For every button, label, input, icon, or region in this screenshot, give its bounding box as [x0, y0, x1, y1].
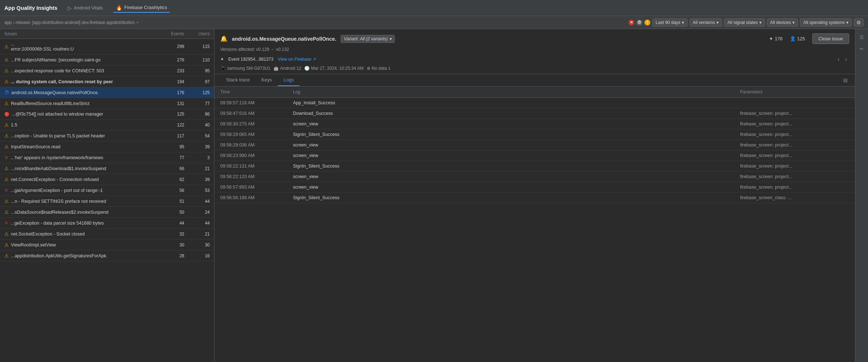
log-params: firebase_screen: project... — [740, 164, 849, 169]
filter-versions-label: All versions — [693, 20, 715, 25]
users-count: 125 — [797, 36, 805, 41]
issue-row[interactable]: ⚠ ...ception - Unable to parse TLS packe… — [0, 130, 214, 141]
users-stat: 👤 125 — [790, 36, 805, 41]
error-icon: ✕ — [4, 220, 8, 226]
issue-row[interactable]: ⚠ net.ConnectException - Connection refu… — [0, 174, 214, 185]
warning-icon: ⚠ — [4, 57, 9, 63]
filter-versions[interactable]: All versions ▾ — [690, 19, 722, 27]
log-name: screen_view — [293, 185, 740, 190]
versions-text: Versions affected: v0.129 → v0.132 — [220, 47, 289, 52]
issue-row[interactable]: ⚠ ...FR subjectAltNames: [securelogin.sa… — [0, 55, 214, 65]
variant-label: Variant: All (2 variants) — [344, 36, 388, 41]
close-issue-button[interactable]: Close issue — [812, 33, 849, 44]
log-row[interactable]: 09:56:56:188 AM SignIn_Silent_Success fi… — [214, 193, 855, 203]
event-label: Event 192954...981373 — [228, 57, 273, 62]
warning-icon: ⚠ — [4, 133, 9, 138]
issue-row[interactable]: ⚠ InputStreamSource.read 95 39 — [0, 141, 214, 152]
issue-row[interactable]: ⚠ ViewRootImpl.setView 30 30 — [0, 240, 214, 250]
detail-title: android.os.MessageQueue.nativePollOnce. — [232, 36, 336, 42]
filter-days[interactable]: Last 90 days ▾ — [652, 19, 687, 27]
os-info: 🤖 Android 12 — [273, 66, 301, 71]
events-count: 176 — [775, 36, 783, 41]
issue-title: ✕ ...'her' appears in /system/framework/… — [4, 155, 155, 160]
issue-row[interactable]: ⚠ net.SocketException - Socket closed 32… — [0, 229, 214, 240]
issue-row[interactable]: ⚠ ...appdistribution.ApkUtils.getSignatu… — [0, 250, 214, 261]
issue-text: ...rvice$handleAabDownload$1.invokeSuspe… — [11, 166, 106, 171]
log-row[interactable]: 09:56:57:893 AM screen_view firebase_scr… — [214, 182, 855, 193]
issue-users: 39 — [184, 144, 210, 149]
log-name: SignIn_Silent_Success — [293, 132, 740, 137]
log-row[interactable]: 09:58:47:516 AM Download_Success firebas… — [214, 108, 855, 119]
filter-os[interactable]: All operating systems ▾ — [800, 19, 852, 27]
tab-stack-trace[interactable]: Stack trace — [220, 74, 256, 86]
issue-row[interactable]: ⚠ ...expected response code for CONNECT:… — [0, 65, 214, 76]
warning-icon: ⚠ — [4, 79, 9, 84]
params-column-header: Parameters — [740, 89, 849, 94]
filter-versions-chevron: ▾ — [716, 20, 719, 25]
issue-row[interactable]: ✕ ...galArgumentException - port out of … — [0, 185, 214, 196]
issue-row[interactable]: ✕ ...geException - data parcel size 5416… — [0, 218, 214, 229]
issue-row[interactable]: ⚠ ... error:1000006b:SSL routines:U 299 … — [0, 39, 214, 55]
log-params: firebase_screen: project... — [740, 121, 849, 126]
badge-clock: ⏱ — [636, 20, 642, 25]
logs-table: Time Log Parameters 09:58:57:116 AM App_… — [214, 87, 855, 362]
issue-row[interactable]: ⚠ ...n - Required SETTINGS preface not r… — [0, 196, 214, 207]
log-time: 09:58:22:131 AM — [220, 164, 293, 169]
log-row[interactable]: 09:58:57:116 AM App_Install_Success — [214, 98, 855, 108]
filter-signal-states[interactable]: All signal states ▾ — [724, 19, 764, 27]
log-params: firebase_screen: project... — [740, 174, 849, 179]
log-time: 09:58:29:065 AM — [220, 132, 293, 137]
filter-devices-label: All devices — [770, 20, 791, 25]
issue-users: 21 — [184, 166, 210, 171]
issue-title: ⚠ ...appdistribution.ApkUtils.getSignatu… — [4, 253, 155, 258]
next-event-button[interactable]: › — [843, 56, 849, 63]
badge-warning: ! — [644, 20, 650, 25]
issue-row[interactable]: ⚠ ...sDataSource$loadReleases$2.invokeSu… — [0, 207, 214, 218]
prev-event-button[interactable]: ‹ — [836, 56, 842, 63]
tab-logs[interactable]: Logs — [278, 74, 300, 86]
issue-title: ⚠ ... error:1000006b:SSL routines:U — [4, 41, 155, 52]
nodata-icon: ⊗ — [367, 66, 370, 71]
log-row[interactable]: 09:58:22:131 AM SignIn_Silent_Success fi… — [214, 161, 855, 172]
issue-row[interactable]: ⚠ ...rvice$handleAabDownload$1.invokeSus… — [0, 163, 214, 174]
settings-button[interactable]: ⚙ — [854, 19, 864, 27]
issue-events: 62 — [155, 177, 184, 182]
breadcrumb-chevron[interactable]: ▾ — [136, 20, 138, 25]
log-row[interactable]: 09:58:29:065 AM SignIn_Silent_Success fi… — [214, 129, 855, 140]
anr-icon: ⏱ — [4, 90, 9, 95]
detail-header: 🔔 android.os.MessageQueue.nativePollOnce… — [214, 29, 855, 74]
tab-keys[interactable]: Keys — [256, 74, 278, 86]
logs-filter-button[interactable]: ⊟ — [842, 76, 849, 85]
issue-row[interactable]: ⚠ 1.5 122 40 — [0, 120, 214, 130]
tab-firebase-crashlytics[interactable]: 🔥 Firebase Crashlytics — [113, 3, 170, 13]
issue-row[interactable]: ⚠ ... during system call, Connection res… — [0, 76, 214, 87]
issue-text: ViewRootImpl.setView — [11, 242, 56, 248]
log-row[interactable]: 09:58:22:120 AM screen_view firebase_scr… — [214, 172, 855, 182]
versions-affected: Versions affected: v0.129 → v0.132 — [220, 47, 849, 52]
issues-column-header: Issues — [4, 31, 155, 36]
notes-panel-button[interactable]: ✏ — [857, 44, 867, 54]
issue-row[interactable]: ⏱ android.os.MessageQueue.nativePollOnce… — [0, 87, 214, 98]
log-row[interactable]: 09:58:23:990 AM screen_view firebase_scr… — [214, 150, 855, 161]
issue-users: 21 — [184, 232, 210, 237]
issue-row[interactable]: ⚠ RealBufferedSource.readUtf8LineStrict … — [0, 98, 214, 109]
log-row[interactable]: 09:58:29:036 AM screen_view firebase_scr… — [214, 140, 855, 150]
issue-users: 97 — [184, 79, 210, 84]
issue-row[interactable]: 🔴 ...@f3c754[] not attached to window ma… — [0, 109, 214, 120]
log-name: SignIn_Silent_Success — [293, 164, 740, 169]
variant-selector[interactable]: Variant: All (2 variants) ▾ — [341, 35, 395, 43]
issue-row[interactable]: ✕ ...'her' appears in /system/framework/… — [0, 152, 214, 163]
log-time: 09:58:47:516 AM — [220, 111, 293, 116]
events-stat: ✦ 176 — [769, 36, 783, 41]
log-name: screen_view — [293, 153, 740, 158]
error-icon: ✕ — [4, 155, 8, 160]
filter-devices[interactable]: All devices ▾ — [767, 19, 798, 27]
log-row[interactable]: 09:58:30:275 AM screen_view firebase_scr… — [214, 119, 855, 129]
tab-android-vitals[interactable]: ▷ Android Vitals — [65, 4, 106, 12]
detail-title-row: 🔔 android.os.MessageQueue.nativePollOnce… — [220, 33, 849, 44]
view-on-firebase-link[interactable]: View on Firebase ↗ — [278, 57, 316, 62]
issue-title: ⚠ RealBufferedSource.readUtf8LineStrict — [4, 101, 155, 106]
filter-os-chevron: ▾ — [846, 20, 848, 25]
log-time: 09:56:57:893 AM — [220, 185, 293, 190]
details-panel-button[interactable]: ☰ — [857, 32, 867, 42]
